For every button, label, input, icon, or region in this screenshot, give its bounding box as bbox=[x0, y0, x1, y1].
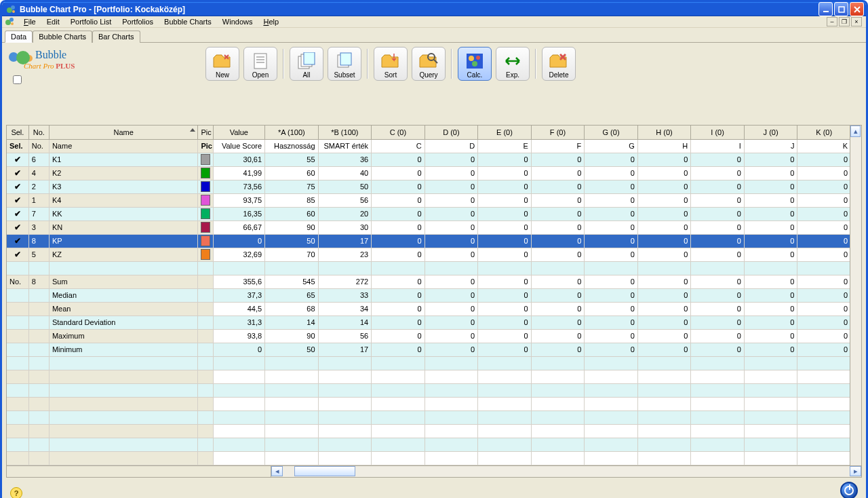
open-button[interactable]: Open bbox=[243, 47, 277, 81]
table-row bbox=[7, 451, 851, 465]
subheader-row: Sel.No.NamePic Value Score Hasznosság SM… bbox=[7, 139, 851, 153]
summary-row: No.8Sum 355,654527200 00000 00 bbox=[7, 275, 851, 288]
summary-row: Standard Deviation 31,3141400 00000 00 bbox=[7, 315, 851, 329]
col-g[interactable]: G (0) bbox=[585, 126, 638, 139]
toolbar-separator bbox=[535, 49, 536, 79]
scroll-left-icon[interactable]: ◂ bbox=[271, 466, 283, 476]
menu-file-label: ile bbox=[28, 18, 36, 26]
scroll-right-icon[interactable]: ▸ bbox=[850, 466, 861, 476]
table-row bbox=[7, 410, 851, 424]
col-f[interactable]: F (0) bbox=[531, 126, 585, 139]
menubar-app-icon bbox=[5, 16, 16, 27]
svg-rect-4 bbox=[839, 7, 844, 12]
query-button[interactable]: Query bbox=[412, 47, 446, 81]
toolbar-separator bbox=[367, 49, 368, 79]
subset-button[interactable]: Subset bbox=[328, 47, 361, 81]
mdi-restore-button[interactable]: ❐ bbox=[839, 17, 850, 26]
table-row[interactable]: ✔6K1 30,61553600 00000 00 bbox=[7, 153, 851, 166]
scroll-thumb[interactable] bbox=[294, 466, 355, 476]
table-row[interactable]: ✔2K3 73,56755000 00000 00 bbox=[7, 180, 851, 193]
col-e[interactable]: E (0) bbox=[478, 126, 532, 139]
menu-file[interactable]: File bbox=[18, 16, 41, 27]
menu-portfolio-list[interactable]: Portfolio List bbox=[65, 16, 117, 27]
table-row[interactable]: ✔7KK 16,35602000 00000 00 bbox=[7, 207, 851, 221]
table-row bbox=[7, 261, 851, 275]
query-search-icon bbox=[418, 51, 439, 71]
menubar: File Edit Portfolio List Portfolios Bubb… bbox=[2, 16, 866, 28]
table-row[interactable]: ✔5KZ 32,69702300 00000 00 bbox=[7, 248, 851, 261]
svg-rect-9 bbox=[256, 56, 264, 58]
toggle-checkbox[interactable] bbox=[13, 75, 22, 84]
svg-rect-11 bbox=[256, 62, 264, 63]
col-h[interactable]: H (0) bbox=[637, 126, 691, 139]
tab-data[interactable]: Data bbox=[5, 31, 33, 43]
logo: Bubble Chart Pro PLUS bbox=[6, 47, 108, 85]
new-folder-icon bbox=[212, 51, 233, 71]
close-button[interactable] bbox=[850, 2, 864, 16]
menu-bubble-charts[interactable]: Bubble Charts bbox=[159, 16, 217, 27]
table-row bbox=[7, 438, 851, 451]
table-row[interactable]: ✔3KN 66,67903000 00000 00 bbox=[7, 221, 851, 234]
all-button[interactable]: All bbox=[290, 47, 323, 81]
svg-rect-3 bbox=[823, 11, 829, 12]
vertical-scrollbar[interactable]: ▴ bbox=[850, 126, 861, 465]
col-d[interactable]: D (0) bbox=[425, 126, 478, 139]
svg-point-6 bbox=[9, 18, 14, 22]
subset-stack-icon bbox=[334, 51, 355, 71]
svg-point-7 bbox=[11, 22, 14, 25]
new-button[interactable]: New bbox=[205, 47, 239, 81]
col-no[interactable]: No. bbox=[28, 126, 49, 139]
sort-asc-icon bbox=[190, 128, 195, 132]
app-window: Bubble Chart Pro - [Portfolio: Kockaközé… bbox=[0, 0, 868, 498]
table-row bbox=[7, 370, 851, 383]
col-sel[interactable]: Sel. bbox=[7, 126, 28, 139]
table-row bbox=[7, 356, 851, 370]
exp-button[interactable]: Exp. bbox=[496, 47, 530, 81]
horizontal-scrollbar[interactable]: ◂ ▸ bbox=[7, 465, 861, 477]
tab-bubble-charts[interactable]: Bubble Charts bbox=[33, 31, 92, 43]
data-grid: Sel. No. Name Pic Value *A (100) *B (100… bbox=[6, 125, 862, 478]
table-row bbox=[7, 424, 851, 438]
menu-edit[interactable]: Edit bbox=[41, 16, 65, 27]
toolbar-separator bbox=[283, 49, 284, 79]
mdi-minimize-button[interactable]: – bbox=[827, 17, 837, 26]
tab-bar-charts[interactable]: Bar Charts bbox=[92, 31, 140, 43]
col-j[interactable]: J (0) bbox=[744, 126, 797, 139]
svg-point-1 bbox=[11, 5, 15, 9]
svg-point-2 bbox=[12, 10, 15, 13]
titlebar[interactable]: Bubble Chart Pro - [Portfolio: Kockaközé… bbox=[2, 2, 866, 16]
col-value[interactable]: Value bbox=[213, 126, 265, 139]
logo-line1: Bubble bbox=[35, 49, 66, 61]
col-b[interactable]: *B (100) bbox=[318, 126, 372, 139]
col-c[interactable]: C (0) bbox=[372, 126, 425, 139]
table-row[interactable]: ✔8KP 0501700 00000 00 bbox=[7, 234, 851, 248]
col-i[interactable]: I (0) bbox=[691, 126, 745, 139]
help-button[interactable]: ? bbox=[10, 487, 22, 499]
col-a[interactable]: *A (100) bbox=[265, 126, 319, 139]
col-pic[interactable]: Pic bbox=[198, 126, 213, 139]
sort-button[interactable]: Sort bbox=[374, 47, 408, 81]
calc-bubble-icon bbox=[464, 51, 486, 71]
menu-windows[interactable]: Windows bbox=[217, 16, 258, 27]
menu-help[interactable]: Help bbox=[258, 16, 284, 27]
minimize-button[interactable] bbox=[818, 2, 833, 16]
power-button[interactable] bbox=[840, 482, 858, 499]
table-row[interactable]: ✔4K2 41,99604000 00000 00 bbox=[7, 166, 851, 180]
svg-rect-16 bbox=[340, 53, 351, 65]
table-row bbox=[7, 383, 851, 397]
col-name[interactable]: Name bbox=[49, 126, 197, 139]
calc-button[interactable]: Calc. bbox=[458, 47, 492, 81]
table-row[interactable]: ✔1K4 93,75855600 00000 00 bbox=[7, 193, 851, 207]
svg-point-19 bbox=[469, 56, 474, 61]
delete-button[interactable]: Delete bbox=[542, 47, 576, 81]
logo-bubbles-icon bbox=[9, 48, 33, 62]
maximize-button[interactable] bbox=[834, 2, 848, 16]
grid-table: Sel. No. Name Pic Value *A (100) *B (100… bbox=[7, 126, 851, 465]
mdi-controls: – ❐ × bbox=[827, 17, 863, 26]
col-k[interactable]: K (0) bbox=[797, 126, 851, 139]
scroll-up-icon[interactable]: ▴ bbox=[850, 126, 861, 137]
svg-point-20 bbox=[476, 56, 480, 60]
delete-folder-icon bbox=[548, 51, 570, 71]
mdi-close-button[interactable]: × bbox=[851, 17, 862, 26]
menu-portfolios[interactable]: Portfolios bbox=[117, 16, 159, 27]
